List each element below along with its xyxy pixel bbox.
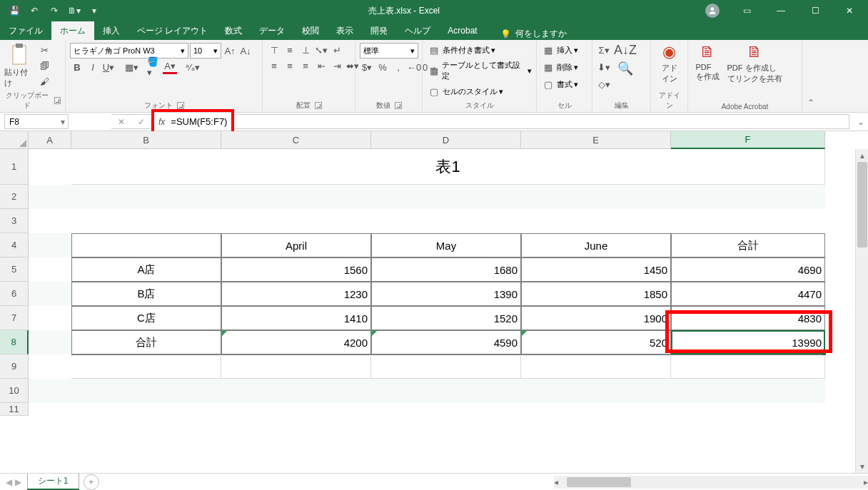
cell-D7[interactable]: 1520: [371, 306, 521, 330]
dialog-launcher[interactable]: [54, 97, 61, 104]
maximize-button[interactable]: ☐: [799, 0, 831, 21]
cell-B7[interactable]: C店: [71, 306, 221, 330]
cell-D6[interactable]: 1390: [371, 282, 521, 306]
row-header-9[interactable]: 9: [0, 354, 29, 379]
cell-F9[interactable]: [671, 354, 825, 379]
cell-E4[interactable]: June: [521, 233, 671, 257]
cell-B6[interactable]: B店: [71, 282, 221, 306]
tab-数式[interactable]: 数式: [216, 21, 251, 40]
border-button[interactable]: ▦▾: [124, 60, 138, 74]
cell-F5[interactable]: 4690: [671, 257, 825, 282]
tab-校閲[interactable]: 校閲: [293, 21, 328, 40]
row-header-6[interactable]: 6: [0, 282, 29, 306]
format-painter-icon[interactable]: 🖌: [37, 74, 51, 88]
expand-formula-bar[interactable]: ⌄: [854, 113, 868, 131]
underline-button[interactable]: U▾: [101, 60, 116, 74]
col-header-B[interactable]: B: [71, 131, 221, 149]
cell-E9[interactable]: [521, 354, 671, 379]
col-header-F[interactable]: F: [671, 131, 825, 149]
enter-formula-button[interactable]: ✓: [131, 117, 151, 127]
tab-ページ レイアウト[interactable]: ページ レイアウト: [128, 21, 216, 40]
align-left-icon[interactable]: ≡: [267, 58, 281, 73]
cell-C7[interactable]: 1410: [221, 306, 371, 330]
autosum-icon[interactable]: Σ▾: [597, 43, 611, 57]
clear-icon[interactable]: ◇▾: [597, 77, 611, 91]
row-header-4[interactable]: 4: [0, 233, 29, 257]
fill-color-button[interactable]: 🪣▾: [147, 60, 161, 74]
add-sheet-button[interactable]: +: [84, 474, 99, 490]
cell-C5[interactable]: 1560: [221, 257, 371, 282]
italic-button[interactable]: I: [86, 60, 100, 74]
undo-icon[interactable]: ↶: [26, 2, 43, 19]
cell-E8[interactable]: 520: [521, 330, 671, 354]
col-header-E[interactable]: E: [521, 131, 671, 149]
row-header-3[interactable]: 3: [0, 209, 29, 233]
tab-Acrobat[interactable]: Acrobat: [439, 21, 485, 40]
formula-text[interactable]: =SUM(F5:F7): [171, 116, 227, 127]
vertical-scrollbar[interactable]: ▴ ▾: [855, 149, 868, 473]
cancel-formula-button[interactable]: ✕: [111, 117, 131, 127]
paste-button[interactable]: 貼り付け: [4, 43, 34, 88]
cell-E6[interactable]: 1850: [521, 282, 671, 306]
increase-decimal-icon[interactable]: ←0: [407, 60, 421, 74]
phonetic-button[interactable]: ᵃ⁄ₐ▾: [186, 60, 200, 74]
close-button[interactable]: ✕: [834, 0, 865, 21]
tab-データ[interactable]: データ: [251, 21, 293, 40]
currency-icon[interactable]: $▾: [360, 60, 374, 74]
dialog-launcher[interactable]: [315, 102, 322, 109]
cell-C4[interactable]: April: [221, 233, 371, 257]
decrease-font-icon[interactable]: A↓: [238, 44, 253, 58]
row-header-7[interactable]: 7: [0, 306, 29, 330]
find-select-icon[interactable]: 🔍: [618, 61, 632, 76]
addins-button[interactable]: ◉アド イン: [655, 43, 683, 84]
select-all-corner[interactable]: [0, 131, 29, 149]
align-top-icon[interactable]: ⊤: [267, 43, 281, 57]
vscroll-thumb[interactable]: [857, 162, 867, 247]
pdf-share-button[interactable]: 🗎PDF を作成し てリンクを共有: [725, 43, 784, 84]
scroll-left-icon[interactable]: ◂: [554, 476, 558, 489]
scroll-down-icon[interactable]: ▾: [860, 460, 864, 473]
cell-B9[interactable]: [71, 354, 221, 379]
cell-styles-button[interactable]: ▢セルのスタイル▾: [427, 84, 503, 98]
tab-挿入[interactable]: 挿入: [94, 21, 128, 40]
align-bottom-icon[interactable]: ⊥: [298, 43, 313, 57]
tab-ホーム[interactable]: ホーム: [51, 21, 94, 40]
cut-icon[interactable]: ✂: [37, 43, 51, 57]
percent-icon[interactable]: %: [375, 60, 390, 74]
save-icon[interactable]: 💾: [6, 2, 23, 19]
increase-font-icon[interactable]: A↑: [223, 44, 237, 58]
col-header-C[interactable]: C: [221, 131, 371, 149]
minimize-button[interactable]: —: [765, 0, 797, 21]
cell-D4[interactable]: May: [371, 233, 521, 257]
cell-C6[interactable]: 1230: [221, 282, 371, 306]
cell-F6[interactable]: 4470: [671, 282, 825, 306]
insert-cells-button[interactable]: ▦挿入▾: [541, 43, 578, 57]
cell-D9[interactable]: [371, 354, 521, 379]
name-box[interactable]: F8▾: [4, 114, 69, 129]
collapse-ribbon-button[interactable]: ⌃: [802, 40, 819, 112]
scroll-right-icon[interactable]: ▸: [864, 476, 868, 489]
increase-indent-icon[interactable]: ⇥: [330, 58, 344, 73]
worksheet-grid[interactable]: ABCDEF 1234567891011 表1AprilMayJune合計A店1…: [0, 131, 868, 473]
fill-icon[interactable]: ⬇▾: [597, 60, 611, 74]
cell-E5[interactable]: 1450: [521, 257, 671, 282]
orientation-icon[interactable]: ⤡▾: [314, 43, 328, 57]
tab-表示[interactable]: 表示: [328, 21, 362, 40]
row-header-2[interactable]: 2: [0, 185, 29, 209]
font-name-combo[interactable]: ヒラギノ角ゴ ProN W3▾: [70, 43, 188, 58]
dialog-launcher[interactable]: [177, 102, 184, 109]
conditional-format-button[interactable]: ▤条件付き書式▾: [427, 43, 495, 57]
format-as-table-button[interactable]: ▦テーブルとして書式設定▾: [427, 60, 532, 81]
cell-C8[interactable]: 4200: [221, 330, 371, 354]
sort-filter-icon[interactable]: A↓Z: [618, 43, 632, 57]
row-header-8[interactable]: 8: [0, 330, 29, 354]
cell-B5[interactable]: A店: [71, 257, 221, 282]
col-header-A[interactable]: A: [29, 131, 71, 149]
fx-icon[interactable]: fx: [158, 117, 165, 127]
scroll-up-icon[interactable]: ▴: [860, 149, 864, 162]
font-color-button[interactable]: A▾: [163, 60, 177, 74]
sheet-next-icon[interactable]: ▶: [15, 477, 21, 487]
pdf-create-button[interactable]: 🗎PDF を作成: [692, 43, 722, 82]
cell-E7[interactable]: 1900: [521, 306, 671, 330]
horizontal-scrollbar[interactable]: ◂ ▸: [554, 476, 868, 489]
